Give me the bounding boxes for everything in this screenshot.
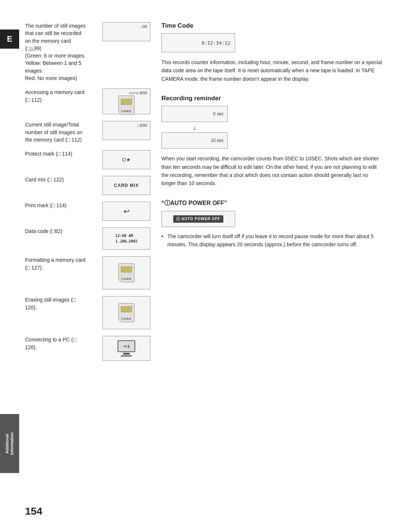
reminder-box-10sec: 10 sec <box>161 132 228 149</box>
auto-power-off-bullet: The camcorder will turn itself off if yo… <box>161 232 383 249</box>
time-code-body: This records counter information, includ… <box>161 58 383 83</box>
row-formatting-card: Formatting a memory card (□ 127). CARD <box>25 256 150 289</box>
pc-icon: PC‖ <box>118 340 135 357</box>
time-code-value: 0:12:34:12 <box>202 40 230 46</box>
recording-reminder-title: Recording reminder <box>161 95 383 102</box>
screen-print: ↩ <box>102 202 150 221</box>
screen-current-still: □9/99 <box>102 121 150 140</box>
accessing-memory-text: Accessing a memory card (□ 112) <box>25 88 88 104</box>
auto-power-off-title: “ⓘAUTO POWER OFF” <box>161 199 383 207</box>
card-mix-screen: Time Code CARD MIX <box>93 176 150 195</box>
recording-reminder-body: When you start recording, the camcorder … <box>161 154 383 188</box>
screen-datacode: 12:00 AM 1.JAN.2002 <box>102 227 150 250</box>
card-icon-formatting: CARD <box>118 263 135 282</box>
card-icon-erasing: CARD <box>118 303 135 322</box>
auto-power-off-display: ⓘ AUTO POWER OFF <box>161 211 235 227</box>
recording-reminder-section: Recording reminder 0 sec ↓ 10 sec When y… <box>161 95 383 188</box>
screen-protect: O★ <box>102 150 150 169</box>
connecting-pc-screen: PC‖ <box>93 336 150 361</box>
main-content: The number of still images that can stil… <box>25 22 383 368</box>
protect-mark-screen: O★ <box>93 150 150 169</box>
print-mark-screen: ↩ <box>93 202 150 221</box>
auto-power-off-section: “ⓘAUTO POWER OFF” ⓘ AUTO POWER OFF The c… <box>161 199 383 249</box>
time-code-title: Time Code <box>161 22 383 29</box>
time-code-section: Time Code 0:12:34:12 This records counte… <box>161 22 383 83</box>
print-mark-text: Print mark (□ 114) <box>25 202 88 209</box>
protect-icon: O★ <box>122 157 131 163</box>
screen-formatting: CARD <box>102 256 150 289</box>
left-column: The number of still images that can stil… <box>25 22 150 368</box>
screen-pc: PC‖ <box>102 336 150 361</box>
sidebar-letter-e: E <box>0 29 19 49</box>
screen-card-mix: Time Code CARD MIX <box>102 176 150 195</box>
row-current-still: Current still image/Total number of stil… <box>25 121 150 143</box>
erasing-images-screen: CARD <box>93 296 150 329</box>
print-icon: ↩ <box>123 207 130 216</box>
page-number: 154 <box>25 505 42 517</box>
row-still-images-count: The number of still images that can stil… <box>25 22 150 82</box>
erasing-images-text: Erasing still images (□ 120). <box>25 296 88 311</box>
screen-erasing: CARD <box>102 296 150 329</box>
formatting-card-screen: CARD <box>93 256 150 289</box>
row-data-code: Data code (□82) 12:00 AM 1.JAN.2002 <box>25 227 150 250</box>
current-still-screen: □9/99 <box>93 121 150 140</box>
row-connecting-pc: Connecting to a PC (□ 128). PC‖ <box>25 336 150 361</box>
accessing-memory-screen: <<<<□9/99 CARD <box>93 88 150 114</box>
connecting-pc-text: Connecting to a PC (□ 128). <box>25 336 88 351</box>
screen-still-count: □99 <box>102 22 150 41</box>
row-protect-mark: Protect mark (□ 114) O★ <box>25 150 150 169</box>
row-card-mix: Card mix (□ 122) Time Code CARD MIX <box>25 176 150 195</box>
still-images-text: The number of still images that can stil… <box>25 22 88 82</box>
row-erasing-images: Erasing still images (□ 120). CARD <box>25 296 150 329</box>
card-icon-accessing: CARD <box>118 95 135 115</box>
right-column: Time Code 0:12:34:12 This records counte… <box>161 22 383 368</box>
sidebar-additional-info: AdditionalInformation <box>0 414 19 473</box>
protect-mark-text: Protect mark (□ 114) <box>25 150 88 157</box>
data-code-screen: 12:00 AM 1.JAN.2002 <box>93 227 150 250</box>
data-code-text: Data code (□82) <box>25 227 88 235</box>
auto-power-off-badge: ⓘ AUTO POWER OFF <box>173 215 223 223</box>
formatting-card-text: Formatting a memory card (□ 127). <box>25 256 88 271</box>
time-code-display: 0:12:34:12 <box>161 33 235 52</box>
reminder-box-0sec: 0 sec <box>161 106 228 122</box>
screen-accessing: <<<<□9/99 CARD <box>102 88 150 114</box>
reminder-boxes: 0 sec ↓ 10 sec <box>161 106 383 149</box>
arrow-down-icon: ↓ <box>161 122 228 132</box>
still-images-screen: □99 <box>93 22 150 41</box>
row-accessing-memory: Accessing a memory card (□ 112) <<<<□9/9… <box>25 88 150 114</box>
row-print-mark: Print mark (□ 114) ↩ <box>25 202 150 221</box>
card-mix-text: Card mix (□ 122) <box>25 176 88 183</box>
current-still-text: Current still image/Total number of stil… <box>25 121 88 143</box>
